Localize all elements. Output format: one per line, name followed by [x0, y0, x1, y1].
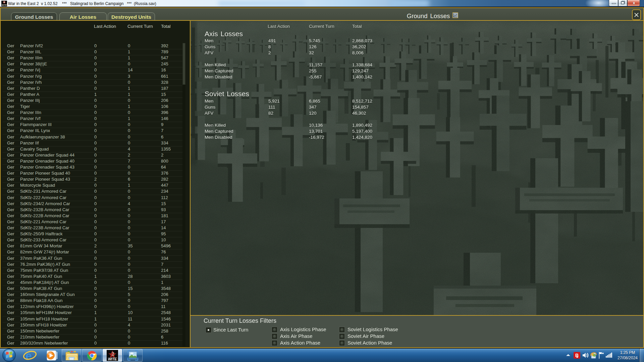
svg-text:2: 2: [112, 351, 114, 357]
svg-text:WITE: WITE: [108, 357, 117, 361]
